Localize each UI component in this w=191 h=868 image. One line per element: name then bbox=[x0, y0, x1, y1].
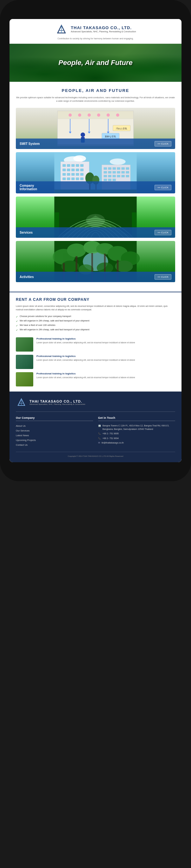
svg-rect-73 bbox=[108, 179, 112, 181]
training-items: Professional training in logistics Lorem… bbox=[16, 337, 175, 386]
training-thumb-2 bbox=[16, 355, 33, 369]
footer-logo-icon bbox=[16, 397, 27, 408]
checklist: ✓ Choose proven solutions for your compa… bbox=[16, 314, 175, 332]
svg-rect-65 bbox=[126, 171, 129, 174]
footer-logo-area: THAI TAKASAGO CO., LTD. Advanced Special… bbox=[16, 397, 175, 412]
svg-rect-41 bbox=[76, 169, 79, 171]
footer-nav-projects[interactable]: Upcoming Projects bbox=[16, 438, 93, 442]
svg-rect-56 bbox=[113, 167, 116, 169]
svg-rect-64 bbox=[122, 171, 125, 174]
svg-rect-63 bbox=[117, 171, 120, 174]
svg-point-83 bbox=[86, 214, 105, 227]
svg-rect-74 bbox=[113, 179, 116, 181]
hero-title: People, Air and Future bbox=[59, 59, 133, 67]
company-card-footer: Company Information »» CLICK bbox=[16, 181, 175, 193]
svg-text:汚れた空気: 汚れた空気 bbox=[116, 127, 127, 130]
checklist-item-4: ✓ We will organize in 24h cheap, safe an… bbox=[16, 328, 175, 332]
footer-nav-services[interactable]: Our Services bbox=[16, 428, 93, 433]
svg-rect-33 bbox=[63, 164, 66, 167]
checklist-item-3: ✓ We have a fleet of over 100 vehicles bbox=[16, 323, 175, 328]
activities-card[interactable]: Activities »» CLICK bbox=[16, 241, 175, 282]
svg-point-31 bbox=[110, 158, 126, 165]
svg-rect-55 bbox=[108, 167, 112, 169]
svg-rect-51 bbox=[76, 178, 79, 180]
services-card-footer: Services »» CLICK bbox=[16, 227, 175, 238]
hero-banner: People, Air and Future bbox=[9, 44, 182, 82]
services-card[interactable]: Services »» CLICK bbox=[16, 196, 175, 238]
svg-point-10 bbox=[107, 114, 110, 117]
svg-rect-57 bbox=[117, 167, 120, 169]
company-click-btn[interactable]: »» CLICK bbox=[155, 185, 171, 190]
svg-point-7 bbox=[78, 114, 82, 117]
services-click-btn[interactable]: »» CLICK bbox=[155, 230, 171, 235]
company-card[interactable]: Company Information »» CLICK bbox=[16, 152, 175, 193]
check-icon-3: ✓ bbox=[16, 324, 18, 327]
svg-point-6 bbox=[69, 114, 72, 117]
footer-company-title: Our Company bbox=[16, 416, 93, 421]
svg-rect-61 bbox=[108, 171, 112, 174]
logo-area: THAI TAKASAGO CO., LTD. Advanced Special… bbox=[55, 23, 136, 35]
footer-phone1: 📞 +66 2- 751 9695 bbox=[98, 431, 176, 436]
svg-rect-68 bbox=[113, 175, 116, 177]
svg-rect-47 bbox=[81, 173, 84, 176]
footer-address-text: Bangna Towers C 11th Fl., 40/14 Moo 12, … bbox=[103, 424, 176, 431]
footer-nav-contact[interactable]: Contact Us bbox=[16, 442, 93, 447]
logo-name: THAI TAKASAGO CO., LTD. bbox=[71, 25, 136, 30]
rent-desc: Lorem ipsum dolor sit amet, consectetur … bbox=[16, 304, 175, 311]
svg-point-9 bbox=[97, 114, 100, 117]
footer-nav-about[interactable]: About Us bbox=[16, 424, 93, 428]
site-footer: THAI TAKASAGO CO., LTD. Advanced Special… bbox=[9, 392, 182, 462]
swit-click-btn[interactable]: »» CLICK bbox=[155, 141, 171, 147]
footer-phone1-text: +66 2- 751 9695 bbox=[103, 432, 119, 436]
training-thumb-3 bbox=[16, 372, 33, 386]
checklist-text-2: We will organize in 24h cheap, safe and … bbox=[20, 319, 89, 322]
phone-frame: THAI TAKASAGO CO., LTD. Advanced Special… bbox=[0, 0, 191, 481]
svg-point-8 bbox=[88, 114, 91, 117]
training-item-1: Professional training in logistics Lorem… bbox=[16, 337, 175, 351]
footer-phone2: 📞 +66 2- 751 9694 bbox=[98, 436, 176, 441]
svg-rect-70 bbox=[122, 175, 125, 177]
logo-sub: Advanced Specialists, NHC, Planning, Rem… bbox=[71, 30, 136, 33]
svg-rect-49 bbox=[67, 178, 70, 180]
site-header: THAI TAKASAGO CO., LTD. Advanced Special… bbox=[9, 19, 182, 44]
training-title-3: Professional training in logistics bbox=[36, 372, 135, 375]
svg-rect-40 bbox=[72, 169, 75, 171]
phone2-icon: 📞 bbox=[98, 437, 101, 440]
svg-rect-50 bbox=[72, 178, 75, 180]
footer-copyright: Copyright © 2014 THAI TAKASAGO CO.,LTD A… bbox=[16, 452, 175, 457]
svg-rect-35 bbox=[72, 164, 75, 167]
check-icon-1: ✓ bbox=[16, 315, 18, 318]
tagline: Contribution to society by striving for … bbox=[57, 37, 133, 40]
swit-label: SWIT System bbox=[20, 142, 40, 146]
footer-logo-sub: Advanced Specialists, NHC, Planning, Rem… bbox=[29, 403, 85, 405]
svg-rect-58 bbox=[122, 167, 125, 169]
training-content-2: Professional training in logistics Lorem… bbox=[36, 355, 135, 362]
svg-rect-72 bbox=[104, 179, 107, 181]
checklist-text-4: We will organize in 24h cheap, safe and … bbox=[20, 329, 89, 331]
services-label: Services bbox=[20, 231, 33, 234]
training-content-1: Professional training in logistics Lorem… bbox=[36, 337, 135, 344]
footer-logo-name: THAI TAKASAGO CO., LTD. bbox=[29, 399, 85, 403]
swit-card[interactable]: 汚れた空気 新鮮な空気 SWIT System »» CLICK bbox=[16, 108, 175, 149]
svg-rect-71 bbox=[126, 175, 129, 177]
rent-section: RENT A CAR FROM OUR COMPANY Lorem ipsum … bbox=[9, 292, 182, 392]
svg-point-87 bbox=[67, 244, 86, 257]
email-icon: ✉ bbox=[98, 441, 100, 445]
footer-nav-news[interactable]: Latest News bbox=[16, 433, 93, 438]
footer-email-text: ttr@thaitakasago.co.th bbox=[102, 441, 124, 445]
svg-rect-39 bbox=[67, 169, 70, 171]
training-desc-2: Lorem ipsum dolor sit amet, consectetur … bbox=[36, 359, 135, 362]
svg-rect-54 bbox=[104, 167, 107, 169]
checklist-item-2: ✓ We will organize in 24h cheap, safe an… bbox=[16, 319, 175, 323]
training-content-3: Professional training in logistics Lorem… bbox=[36, 372, 135, 379]
activities-click-btn[interactable]: »» CLICK bbox=[155, 274, 171, 280]
main-content: PEOPLE, AIR AND FUTURE We provide optimu… bbox=[9, 82, 182, 292]
phone1-icon: 📞 bbox=[98, 432, 101, 436]
svg-rect-38 bbox=[63, 169, 66, 171]
svg-rect-60 bbox=[104, 171, 107, 174]
svg-text:新鮮な空気: 新鮮な空気 bbox=[105, 135, 116, 138]
checklist-text-1: Choose proven solutions for your company… bbox=[20, 315, 71, 317]
check-icon-4: ✓ bbox=[16, 329, 18, 332]
svg-rect-34 bbox=[67, 164, 70, 167]
rent-title: RENT A CAR FROM OUR COMPANY bbox=[16, 298, 175, 302]
